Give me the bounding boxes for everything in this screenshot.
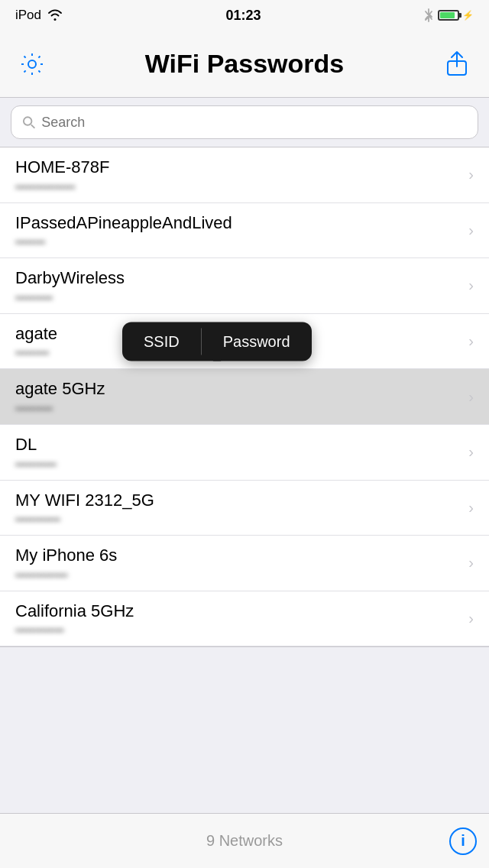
network-info: My iPhone 6s••••••••••••••	[15, 545, 461, 581]
chevron-right-icon: ›	[468, 277, 474, 294]
search-input[interactable]	[41, 115, 467, 131]
network-password: ••••••••••••••	[15, 569, 461, 581]
network-info: HOME-878F••••••••••••••••	[15, 157, 461, 193]
carrier-label: iPod	[15, 8, 41, 23]
nav-bar: WiFi Passwords	[0, 31, 489, 98]
network-password: ••••••••••	[15, 292, 461, 304]
search-bar[interactable]	[11, 105, 478, 139]
network-ssid: IPassedAPineappleAndLived	[15, 212, 461, 235]
list-item[interactable]: DarbyWireless••••••••••›	[0, 258, 489, 314]
chevron-right-icon: ›	[468, 499, 474, 517]
chevron-right-icon: ›	[468, 332, 474, 350]
info-button[interactable]: i	[449, 828, 477, 855]
tooltip-popover: SSIDPassword	[122, 322, 312, 361]
tooltip-password-button[interactable]: Password	[202, 322, 312, 361]
network-info: California 5GHz•••••••••••••	[15, 601, 461, 637]
network-ssid: HOME-878F	[15, 157, 461, 179]
network-info: IPassedAPineappleAndLived••••••••	[15, 212, 461, 249]
network-list: HOME-878F••••••••••••••••›IPassedAPineap…	[0, 147, 489, 647]
status-left: iPod	[15, 8, 63, 23]
list-item[interactable]: California 5GHz•••••••••••••›	[0, 591, 489, 647]
chevron-right-icon: ›	[468, 610, 474, 627]
list-item[interactable]: IPassedAPineappleAndLived••••••••›	[0, 203, 489, 259]
network-info: MY WIFI 2312_5G••••••••••••	[15, 490, 461, 526]
network-password: •••••••••••••	[15, 624, 461, 636]
charging-indicator: ⚡	[462, 10, 474, 21]
list-item[interactable]: HOME-878F••••••••••••••••›	[0, 147, 489, 203]
chevron-right-icon: ›	[468, 554, 474, 572]
network-ssid: MY WIFI 2312_5G	[15, 490, 461, 512]
network-password: ••••••••••	[15, 403, 461, 415]
network-ssid: My iPhone 6s	[15, 545, 461, 567]
tooltip-body: SSIDPassword	[122, 322, 312, 361]
network-count: 9 Networks	[52, 832, 437, 850]
status-time: 01:23	[225, 8, 261, 24]
gear-icon	[18, 50, 46, 78]
battery-icon: ⚡	[438, 10, 474, 21]
list-item[interactable]: My iPhone 6s••••••••••••••›	[0, 536, 489, 591]
svg-point-0	[28, 60, 36, 68]
share-icon	[445, 50, 468, 78]
chevron-right-icon: ›	[468, 388, 474, 406]
status-right: ⚡	[424, 8, 474, 22]
network-ssid: DarbyWireless	[15, 267, 461, 290]
list-item[interactable]: DL•••••••••••›	[0, 425, 489, 481]
network-ssid: DL	[15, 434, 461, 456]
svg-point-2	[24, 117, 32, 125]
network-ssid: California 5GHz	[15, 601, 461, 623]
footer-toolbar: 9 Networks i	[0, 813, 489, 868]
network-ssid: agate 5GHz	[15, 378, 461, 400]
chevron-right-icon: ›	[468, 166, 474, 183]
page-title: WiFi Passwords	[49, 49, 440, 79]
network-info: agate 5GHz••••••••••	[15, 378, 461, 415]
bluetooth-icon	[424, 8, 433, 22]
status-bar: iPod 01:23 ⚡	[0, 0, 489, 31]
settings-button[interactable]	[15, 47, 49, 81]
network-info: DarbyWireless••••••••••	[15, 267, 461, 304]
search-bar-container	[0, 98, 489, 147]
network-password: ••••••••••••	[15, 513, 461, 526]
network-password: •••••••••••	[15, 458, 461, 471]
network-password: ••••••••	[15, 236, 461, 248]
network-password: ••••••••••••••••	[15, 181, 461, 193]
chevron-right-icon: ›	[468, 222, 474, 239]
wifi-icon	[47, 9, 63, 21]
list-item[interactable]: MY WIFI 2312_5G••••••••••••›	[0, 481, 489, 536]
list-item[interactable]: agate 5GHz••••••••••›	[0, 369, 489, 425]
tooltip-ssid-button[interactable]: SSID	[122, 322, 201, 361]
chevron-right-icon: ›	[468, 443, 474, 461]
share-button[interactable]	[440, 47, 474, 81]
network-info: DL•••••••••••	[15, 434, 461, 471]
list-item[interactable]: agate•••••••••SSIDPassword›	[0, 314, 489, 370]
search-icon	[22, 115, 35, 129]
